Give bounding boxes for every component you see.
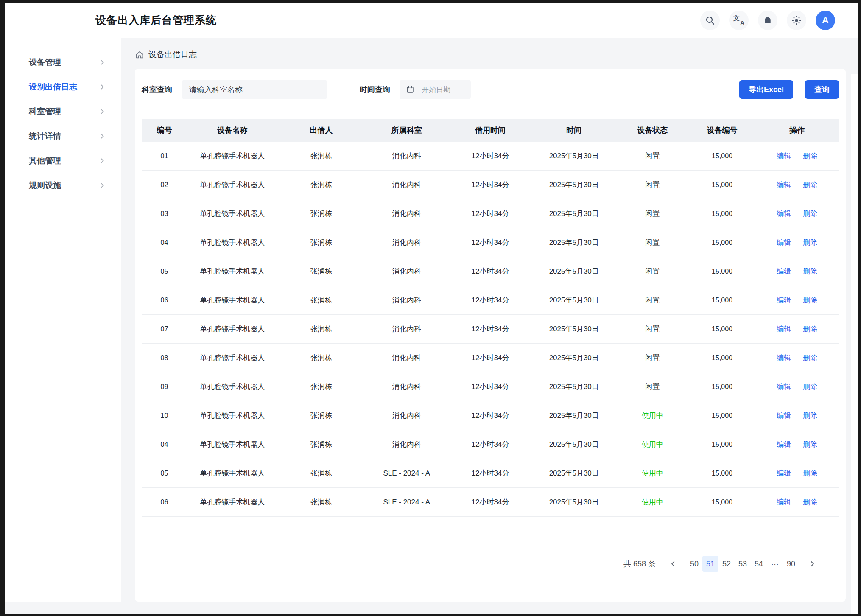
theme-icon[interactable] (787, 11, 806, 30)
delete-link[interactable]: 删除 (803, 497, 817, 507)
edit-link[interactable]: 编辑 (777, 353, 791, 363)
cell-id: 05 (142, 268, 187, 275)
pagination-page-50[interactable]: 50 (686, 556, 702, 572)
cell-device-name: 单孔腔镜手术机器人 (187, 497, 278, 507)
cell-device-name: 单孔腔镜手术机器人 (187, 266, 278, 276)
cell-device-code: 15,000 (689, 152, 755, 160)
cell-lender: 张润栋 (278, 266, 365, 276)
topbar-actions: 文A A (700, 11, 835, 30)
notification-icon[interactable] (758, 11, 777, 30)
edit-link[interactable]: 编辑 (777, 266, 791, 276)
filter-row: 科室查询 时间查询 开始日期 导出Excel 查询 (142, 80, 839, 99)
cell-duration: 12小时34分 (448, 497, 532, 507)
chevron-right-icon (99, 59, 106, 66)
cell-status: 闲置 (616, 180, 689, 190)
pagination-page-52[interactable]: 52 (718, 556, 735, 572)
delete-link[interactable]: 删除 (803, 353, 817, 363)
delete-link[interactable]: 删除 (803, 209, 817, 218)
cell-status: 闲置 (616, 238, 689, 247)
cell-device-code: 15,000 (689, 210, 755, 218)
cell-operations: 编辑 删除 (755, 295, 839, 305)
edit-link[interactable]: 编辑 (777, 151, 791, 161)
sidebar-item-4[interactable]: 其他管理 (5, 148, 121, 173)
edit-link[interactable]: 编辑 (777, 411, 791, 420)
delete-link[interactable]: 删除 (803, 324, 817, 334)
edit-link[interactable]: 编辑 (777, 382, 791, 392)
delete-link[interactable]: 删除 (803, 266, 817, 276)
pagination-ellipsis[interactable]: ··· (767, 556, 783, 572)
sidebar-item-label: 设备管理 (29, 57, 61, 68)
cell-status: 闲置 (616, 151, 689, 161)
cell-device-code: 15,000 (689, 470, 755, 477)
breadcrumb-label: 设备出借日志 (148, 49, 197, 60)
pagination-page-51[interactable]: 51 (702, 556, 718, 572)
column-header: 编号 (142, 125, 187, 135)
cell-date: 2025年5月30日 (532, 295, 616, 305)
cell-id: 08 (142, 354, 187, 362)
cell-id: 04 (142, 239, 187, 246)
cell-operations: 编辑 删除 (755, 238, 839, 247)
pagination-page-53[interactable]: 53 (735, 556, 751, 572)
edit-link[interactable]: 编辑 (777, 497, 791, 507)
cell-lender: 张润栋 (278, 468, 365, 478)
cell-department: 消化内科 (365, 295, 448, 305)
delete-link[interactable]: 删除 (803, 468, 817, 478)
edit-link[interactable]: 编辑 (777, 468, 791, 478)
start-date-placeholder: 开始日期 (422, 85, 450, 95)
cell-device-name: 单孔腔镜手术机器人 (187, 209, 278, 218)
cell-id: 09 (142, 383, 187, 391)
pagination-page-54[interactable]: 54 (751, 556, 767, 572)
cell-lender: 张润栋 (278, 497, 365, 507)
edit-link[interactable]: 编辑 (777, 295, 791, 305)
edit-link[interactable]: 编辑 (777, 209, 791, 218)
table-row: 06 单孔腔镜手术机器人 张润栋 SLE - 2024 - A 12小时34分 … (142, 488, 839, 517)
cell-device-code: 15,000 (689, 383, 755, 391)
cell-device-code: 15,000 (689, 354, 755, 362)
delete-link[interactable]: 删除 (803, 238, 817, 247)
cell-duration: 12小时34分 (448, 151, 532, 161)
table-row: 03 单孔腔镜手术机器人 张润栋 消化内科 12小时34分 2025年5月30日… (142, 199, 839, 228)
cell-device-name: 单孔腔镜手术机器人 (187, 382, 278, 392)
cell-status: 闲置 (616, 324, 689, 334)
pagination-prev-icon[interactable] (666, 556, 680, 572)
sidebar-item-2[interactable]: 科室管理 (5, 99, 121, 124)
sidebar-item-3[interactable]: 统计详情 (5, 124, 121, 148)
edit-link[interactable]: 编辑 (777, 440, 791, 449)
delete-link[interactable]: 删除 (803, 411, 817, 420)
export-excel-button[interactable]: 导出Excel (739, 80, 793, 99)
scrollbar[interactable] (851, 74, 858, 614)
home-icon (135, 50, 144, 59)
cell-status: 闲置 (616, 295, 689, 305)
cell-status: 使用中 (616, 468, 689, 478)
cell-duration: 12小时34分 (448, 180, 532, 190)
delete-link[interactable]: 删除 (803, 151, 817, 161)
column-header: 设备编号 (689, 125, 755, 135)
dept-search-input[interactable] (182, 80, 327, 99)
delete-link[interactable]: 删除 (803, 440, 817, 449)
cell-device-code: 15,000 (689, 441, 755, 448)
edit-link[interactable]: 编辑 (777, 180, 791, 190)
query-button[interactable]: 查询 (805, 80, 839, 99)
avatar[interactable]: A (816, 11, 835, 30)
cell-id: 06 (142, 297, 187, 304)
cell-duration: 12小时34分 (448, 468, 532, 478)
delete-link[interactable]: 删除 (803, 180, 817, 190)
delete-link[interactable]: 删除 (803, 382, 817, 392)
cell-lender: 张润栋 (278, 411, 365, 420)
cell-operations: 编辑 删除 (755, 180, 839, 190)
table-row: 04 单孔腔镜手术机器人 张润栋 消化内科 12小时34分 2025年5月30日… (142, 228, 839, 257)
start-date-picker[interactable]: 开始日期 (400, 80, 471, 99)
pagination-page-90[interactable]: 90 (783, 556, 799, 572)
cell-device-name: 单孔腔镜手术机器人 (187, 440, 278, 449)
pagination-next-icon[interactable] (805, 556, 819, 572)
sidebar-item-label: 其他管理 (29, 155, 61, 166)
delete-link[interactable]: 删除 (803, 295, 817, 305)
edit-link[interactable]: 编辑 (777, 324, 791, 334)
sidebar-item-1[interactable]: 设别出借日志 (5, 75, 121, 99)
pagination: 共 658 条 5051525354···90 (142, 556, 839, 572)
edit-link[interactable]: 编辑 (777, 238, 791, 247)
search-icon[interactable] (700, 11, 720, 30)
translate-icon[interactable]: 文A (729, 11, 749, 30)
sidebar-item-0[interactable]: 设备管理 (5, 50, 121, 75)
sidebar-item-5[interactable]: 规则设施 (5, 173, 121, 198)
